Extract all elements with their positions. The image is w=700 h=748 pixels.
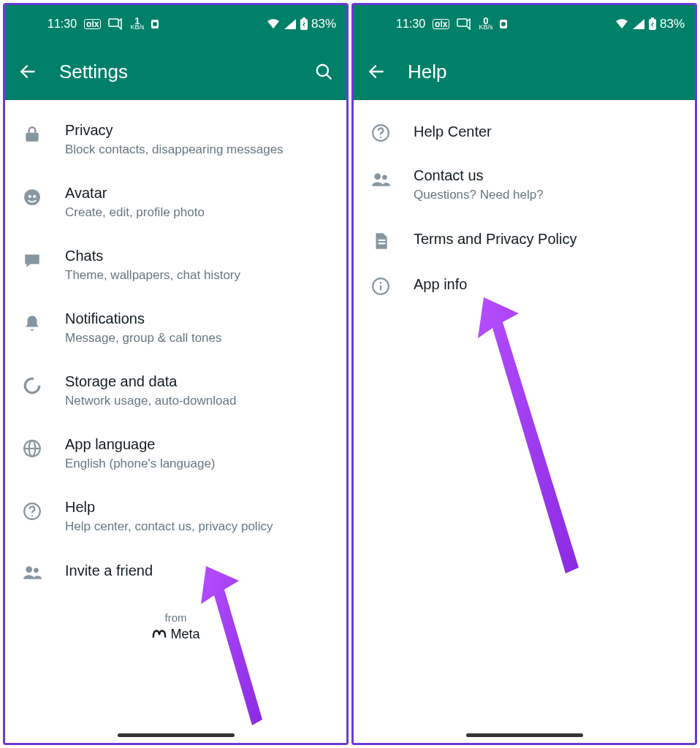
svg-point-30	[382, 175, 387, 180]
nav-handle[interactable]	[466, 733, 583, 737]
item-sub: Questions? Need help?	[414, 187, 680, 204]
wifi-icon	[266, 18, 281, 30]
avatar-icon	[23, 188, 42, 207]
settings-item-invite[interactable]: Invite a friend	[5, 549, 346, 594]
item-sub: Block contacts, disappearing messages	[65, 142, 332, 159]
status-time: 11:30	[396, 18, 425, 31]
svg-rect-8	[26, 133, 38, 142]
back-icon[interactable]	[367, 62, 386, 81]
phone-settings: 11:30 olx 1 KB/s 83%	[3, 3, 349, 745]
item-sub: Create, edit, profile photo	[65, 205, 332, 221]
nav-handle[interactable]	[118, 733, 235, 737]
phone-help: 11:30 olx 0 KB/s 83%	[351, 3, 697, 745]
svg-rect-4	[303, 18, 305, 20]
svg-point-29	[374, 173, 381, 180]
svg-point-12	[25, 378, 39, 393]
svg-point-35	[380, 282, 382, 284]
mirror-icon	[457, 18, 471, 30]
settings-item-help[interactable]: Help Help center, contact us, privacy po…	[5, 486, 346, 549]
help-item-contact[interactable]: Contact us Questions? Need help?	[354, 154, 695, 217]
svg-point-28	[380, 137, 381, 138]
item-sub: English (phone's language)	[65, 456, 332, 473]
rec-icon	[500, 20, 513, 28]
appbar-help: Help	[354, 43, 695, 100]
svg-rect-25	[651, 18, 654, 20]
battery-icon	[300, 18, 308, 31]
settings-item-notifications[interactable]: Notifications Message, group & call tone…	[5, 297, 346, 360]
item-sub: Message, group & call tones	[65, 330, 332, 347]
svg-rect-0	[109, 19, 118, 26]
footer: from Meta	[5, 611, 346, 674]
footer-from: from	[5, 611, 346, 624]
item-title: Contact us	[414, 167, 680, 184]
settings-item-privacy[interactable]: Privacy Block contacts, disappearing mes…	[5, 109, 346, 172]
svg-rect-31	[378, 240, 386, 241]
item-title: Chats	[65, 248, 332, 264]
mirror-icon	[108, 18, 123, 30]
lock-icon	[23, 125, 42, 144]
item-sub: Theme, wallpapers, chat history	[65, 267, 332, 284]
info-icon	[371, 277, 390, 296]
help-item-terms[interactable]: Terms and Privacy Policy	[354, 217, 695, 262]
settings-item-chats[interactable]: Chats Theme, wallpapers, chat history	[5, 234, 346, 297]
status-battery: 83%	[311, 17, 336, 31]
help-list: Help Center Contact us Questions? Need h…	[354, 100, 695, 743]
item-title: App language	[65, 436, 332, 453]
search-icon[interactable]	[314, 62, 333, 81]
page-title: Help	[408, 61, 446, 83]
status-kb: 0 KB/s	[479, 18, 492, 31]
settings-item-language[interactable]: App language English (phone's language)	[5, 423, 346, 486]
svg-line-7	[327, 75, 330, 78]
appbar-settings: Settings	[5, 43, 346, 100]
help-icon	[371, 123, 390, 142]
item-sub: Help center, contact us, privacy policy	[65, 519, 332, 535]
doc-icon	[371, 232, 390, 251]
back-icon[interactable]	[18, 62, 37, 81]
page-title: Settings	[59, 61, 128, 83]
svg-point-11	[33, 195, 36, 198]
globe-icon	[23, 439, 42, 458]
svg-rect-21	[457, 19, 467, 26]
svg-point-18	[26, 566, 32, 573]
item-title: Privacy	[65, 122, 332, 139]
battery-icon	[648, 18, 657, 31]
item-title: Help	[65, 499, 332, 516]
status-battery: 83%	[660, 17, 685, 31]
settings-list: Privacy Block contacts, disappearing mes…	[5, 100, 346, 743]
wifi-icon	[615, 18, 629, 30]
item-title: Avatar	[65, 185, 332, 202]
status-bar: 11:30 olx 0 KB/s 83%	[354, 5, 695, 43]
item-title: App info	[414, 276, 680, 293]
status-kb: 1 KB/s	[130, 18, 144, 31]
svg-point-23	[501, 22, 506, 26]
status-olx: olx	[84, 19, 101, 29]
meta-branding: Meta	[151, 627, 199, 643]
bell-icon	[23, 313, 42, 332]
item-title: Notifications	[65, 310, 332, 327]
item-title: Invite a friend	[65, 562, 332, 579]
settings-item-avatar[interactable]: Avatar Create, edit, profile photo	[5, 172, 346, 234]
svg-point-10	[28, 195, 31, 198]
settings-item-storage[interactable]: Storage and data Network usage, auto-dow…	[5, 360, 346, 423]
help-icon	[23, 502, 42, 521]
chat-icon	[23, 251, 42, 270]
help-item-helpcenter[interactable]: Help Center	[354, 109, 695, 154]
status-bar: 11:30 olx 1 KB/s 83%	[5, 5, 346, 43]
status-time: 11:30	[47, 18, 77, 31]
item-sub: Network usage, auto-download	[65, 393, 332, 410]
rec-icon	[151, 20, 164, 28]
signal-icon	[284, 18, 297, 30]
svg-point-17	[31, 515, 33, 516]
status-olx: olx	[433, 19, 449, 29]
item-title: Help Center	[414, 123, 680, 140]
people-icon	[23, 563, 42, 582]
data-icon	[23, 376, 42, 395]
svg-point-19	[34, 568, 38, 573]
item-title: Storage and data	[65, 373, 332, 390]
item-title: Terms and Privacy Policy	[414, 231, 680, 248]
signal-icon	[632, 18, 645, 30]
people-icon	[371, 170, 390, 189]
svg-point-9	[24, 189, 40, 205]
svg-rect-32	[378, 243, 386, 244]
help-item-appinfo[interactable]: App info	[354, 262, 695, 308]
